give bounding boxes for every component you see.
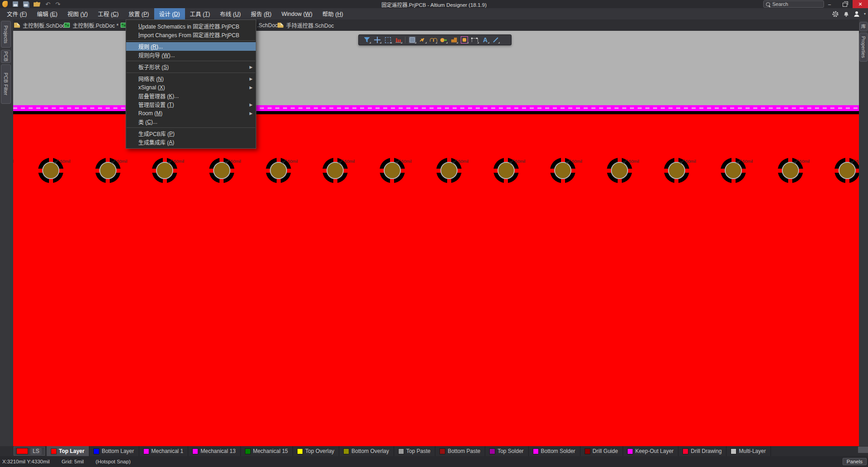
select-area-tool-button[interactable] [383, 35, 393, 44]
design-menu-item-P[interactable]: 生成PCB库 (P) [126, 129, 256, 138]
search-icon [766, 2, 770, 6]
menubar-item-W[interactable]: Window (W) [277, 8, 317, 19]
layer-tab-bottom-solder[interactable]: Bottom Solder [529, 446, 580, 456]
redo-icon[interactable]: ↷ [55, 1, 60, 7]
close-button[interactable]: ✕ [853, 0, 868, 8]
open-folder-icon[interactable] [34, 2, 40, 7]
string-text-tool-button[interactable]: A [480, 35, 490, 44]
layer-tab-top-solder[interactable]: Top Solder [485, 446, 528, 456]
menubar-item-T[interactable]: 工具 (T) [185, 8, 215, 19]
design-menu-item-A[interactable]: 生成集成库 (A) [126, 138, 256, 146]
layer-tab-ls[interactable]: LS [14, 447, 45, 456]
design-menu-item-S[interactable]: 板子形状 (S)▶ [126, 63, 256, 71]
layer-tab-mechanical-1[interactable]: Mechanical 1 [139, 446, 189, 456]
layer-tab-top-layer[interactable]: Top Layer [47, 446, 89, 456]
left-panel-tab-pcb[interactable]: PCB [1, 50, 11, 63]
filter-tool-button[interactable] [362, 35, 372, 44]
panels-button[interactable]: Panels [843, 458, 867, 465]
layer-bar-scroll-button[interactable] [858, 447, 868, 453]
pcb-pad[interactable] [436, 158, 462, 183]
document-tab[interactable]: 主控制板.PcbDoc * [64, 19, 118, 31]
search-input[interactable]: Search [763, 0, 824, 8]
design-menu-item-C[interactable]: 类 (C)... [126, 117, 256, 126]
menubar-item-R[interactable]: 报告 (R) [246, 8, 277, 19]
layer-tab-keep-out-layer[interactable]: Keep-Out Layer [623, 446, 679, 456]
pcb-pad[interactable] [550, 158, 575, 183]
layer-color-swatch [533, 449, 538, 454]
design-menu-item-M[interactable]: Room (M)▶ [126, 109, 256, 117]
layer-tab-bottom-overlay[interactable]: Bottom Overlay [339, 446, 394, 456]
left-panel-strip: ProjectsPCBPCB Filter [0, 19, 13, 446]
design-menu-item-N[interactable]: 网络表 (N)▶ [126, 74, 256, 83]
menubar-item-H[interactable]: 帮助 (H) [317, 8, 348, 19]
polygon-pour-tool-button[interactable] [449, 35, 459, 44]
differential-pair-tool-button[interactable] [428, 35, 438, 44]
insight-chart-tool-button[interactable] [393, 35, 403, 44]
layer-tab-drill-guide[interactable]: Drill Guide [580, 446, 623, 456]
menubar-item-U[interactable]: 布线 (U) [215, 8, 246, 19]
user-account-icon[interactable] [853, 10, 860, 18]
interactive-routing-tool-button[interactable] [418, 35, 428, 44]
menubar-item-P[interactable]: 放置 (P) [124, 8, 154, 19]
line-tool-button[interactable] [491, 35, 501, 44]
save-icon[interactable] [13, 1, 18, 7]
design-menu-item-T[interactable]: 管理层设置 (T)▶ [126, 100, 256, 109]
layer-tab-label: Top Solder [497, 448, 523, 454]
layer-tab-mechanical-15[interactable]: Mechanical 15 [241, 446, 293, 456]
design-menu-item-W[interactable]: 规则向导 (W)... [126, 51, 256, 59]
document-tab[interactable]: 主控制板.SchDoc [14, 19, 65, 31]
gear-icon[interactable] [832, 10, 839, 18]
pcb-pad[interactable] [95, 158, 121, 183]
pcb-pad[interactable] [266, 158, 291, 183]
pcb-pad[interactable] [322, 158, 348, 183]
left-panel-tab-projects[interactable]: Projects [1, 21, 11, 48]
right-panel-tab-library[interactable]: 库 [859, 22, 868, 31]
layer-tab-label: Bottom Paste [448, 448, 480, 454]
design-menu-item-X[interactable]: xSignal (X)▶ [126, 83, 256, 92]
menubar-item-C[interactable]: 工程 (C) [93, 8, 124, 19]
design-menu-item-I[interactable]: Import Changes From 固定遥控器.PrjPCB [126, 30, 256, 39]
layer-tab-mechanical-13[interactable]: Mechanical 13 [188, 446, 240, 456]
pcb-pad[interactable] [664, 158, 689, 183]
pcb-pad[interactable] [607, 158, 632, 183]
pcb-pad[interactable] [778, 158, 803, 183]
design-menu-item-U[interactable]: Update Schematics in 固定遥控器.PrjPCB [126, 22, 256, 30]
right-panel-tab-properties[interactable]: Properties [859, 33, 868, 62]
bell-icon[interactable] [843, 10, 849, 18]
pcb-pad[interactable] [721, 158, 746, 183]
pcb-pad[interactable] [152, 158, 177, 183]
document-tab[interactable]: 手持遥控器.SchDoc [278, 19, 334, 31]
pad-tool-button[interactable] [459, 35, 469, 44]
minimize-button[interactable]: – [822, 0, 837, 8]
left-panel-tab-pcb-filter[interactable]: PCB Filter [1, 64, 11, 104]
undo-icon[interactable]: ↶ [45, 1, 50, 7]
save-all-icon[interactable] [23, 1, 29, 7]
layer-tab-multi-layer[interactable]: Multi-Layer [727, 446, 770, 456]
menubar-item-E[interactable]: 编辑 (E) [32, 8, 62, 19]
layer-tab-top-overlay[interactable]: Top Overlay [293, 446, 339, 456]
component-tool-button[interactable] [407, 35, 417, 44]
pcb-pad[interactable] [834, 158, 859, 183]
menubar-item-D[interactable]: 设计 (D) [154, 8, 185, 19]
altium-logo-icon[interactable] [2, 1, 8, 7]
pcb-pad[interactable] [209, 158, 234, 183]
layer-color-swatch [490, 449, 495, 454]
menubar-item-F[interactable]: 文件 (F) [2, 8, 32, 19]
design-menu-item-R[interactable]: 规则 (R)... [126, 42, 256, 51]
layer-tab-drill-drawing[interactable]: Drill Drawing [678, 446, 727, 456]
pcb-pad[interactable] [380, 158, 405, 183]
crosshair-tool-button[interactable] [372, 35, 382, 44]
design-menu-item-K[interactable]: 层叠管理器 (K)... [126, 92, 256, 100]
layer-tab-bottom-paste[interactable]: Bottom Paste [435, 446, 485, 456]
restore-button[interactable] [837, 0, 853, 8]
document-tab[interactable]: .SchDoc [257, 19, 278, 31]
pcb-pad[interactable] [493, 158, 519, 183]
layer-tab-bottom-layer[interactable]: Bottom Layer [89, 446, 139, 456]
window-controls: – ✕ [822, 0, 868, 8]
user-dropdown-caret-icon[interactable]: ▾ [864, 12, 866, 16]
menubar-item-V[interactable]: 视图 (V) [63, 8, 93, 19]
pcb-pad[interactable] [38, 158, 63, 183]
via-tool-button[interactable] [439, 35, 449, 44]
keepout-tool-button[interactable] [470, 35, 480, 44]
layer-tab-top-paste[interactable]: Top Paste [394, 446, 435, 456]
